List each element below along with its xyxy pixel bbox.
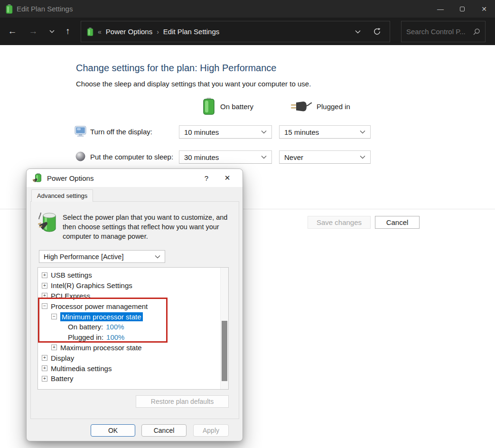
address-dropdown-button[interactable] bbox=[355, 30, 361, 34]
breadcrumb-edit-plan-settings[interactable]: Edit Plan Settings bbox=[163, 28, 219, 36]
edit-plan-settings-window: Edit Plan Settings — ✕ ← → ↑ « Power Opt… bbox=[0, 0, 495, 448]
display-on-battery-select[interactable]: 10 minutes bbox=[179, 125, 272, 139]
collapse-icon[interactable]: − bbox=[42, 303, 47, 309]
tree-item-display[interactable]: +Display bbox=[38, 353, 228, 363]
power-options-dialog-icon bbox=[32, 173, 43, 183]
expand-icon[interactable]: + bbox=[42, 272, 47, 278]
chevron-down-icon bbox=[155, 255, 160, 259]
tree-item-label: PCI Express bbox=[51, 292, 90, 300]
tree-value-label: Plugged in: bbox=[68, 333, 103, 341]
search-icon bbox=[473, 28, 480, 36]
back-icon: ← bbox=[8, 26, 17, 37]
tree-item-label: Multimedia settings bbox=[51, 364, 112, 373]
display-icon bbox=[75, 126, 86, 137]
help-icon: ? bbox=[205, 174, 208, 182]
tree-item-pci-express[interactable]: +PCI Express bbox=[38, 291, 228, 301]
battery-app-icon bbox=[6, 4, 13, 14]
tree-value-label: On battery: bbox=[68, 323, 103, 331]
power-plan-select[interactable]: High Performance [Active] bbox=[39, 250, 165, 263]
tree-item-label: Maximum processor state bbox=[60, 344, 142, 352]
chevron-down-icon bbox=[355, 30, 361, 34]
tree-item-label: Battery bbox=[51, 374, 74, 383]
tree-item-minimum-processor-state[interactable]: −Minimum processor state bbox=[38, 311, 228, 322]
search-input[interactable] bbox=[406, 28, 473, 36]
breadcrumb-separator: › bbox=[157, 28, 159, 36]
maximize-icon bbox=[460, 7, 465, 11]
tree-item-processor-power-management[interactable]: −Processor power management bbox=[38, 301, 228, 311]
maximize-button[interactable] bbox=[451, 0, 473, 18]
tree-item-intel-graphics[interactable]: +Intel(R) Graphics Settings bbox=[38, 280, 228, 291]
window-title: Edit Plan Settings bbox=[17, 5, 73, 13]
save-changes-button[interactable]: Save changes bbox=[308, 216, 371, 229]
on-battery-column-header: On battery bbox=[220, 103, 253, 111]
dialog-close-button[interactable]: ✕ bbox=[219, 169, 236, 187]
turn-off-display-label: Turn off the display: bbox=[90, 128, 152, 136]
tree-item-battery[interactable]: +Battery bbox=[38, 373, 228, 384]
expand-icon[interactable]: + bbox=[51, 345, 57, 350]
search-box[interactable] bbox=[401, 21, 486, 42]
minimize-button[interactable]: — bbox=[430, 0, 451, 18]
back-button[interactable]: ← bbox=[4, 18, 21, 45]
tree-item-multimedia-settings[interactable]: +Multimedia settings bbox=[38, 363, 228, 373]
power-options-dialog: Power Options ? ✕ Advanced settings Sele… bbox=[26, 168, 243, 441]
cancel-button-dialog[interactable]: Cancel bbox=[141, 424, 187, 437]
window-titlebar: Edit Plan Settings — ✕ bbox=[0, 0, 495, 18]
tree-item-label-selected: Minimum processor state bbox=[60, 312, 143, 321]
close-icon: ✕ bbox=[481, 5, 487, 13]
tree-value-link[interactable]: 100% bbox=[106, 333, 124, 341]
address-bar[interactable]: « Power Options › Edit Plan Settings bbox=[81, 21, 390, 42]
dialog-help-button[interactable]: ? bbox=[198, 169, 215, 187]
chevron-down-icon bbox=[261, 155, 267, 159]
tree-value-link[interactable]: 100% bbox=[106, 323, 124, 331]
tree-item-usb-settings[interactable]: +USB settings bbox=[38, 270, 228, 280]
display-plugged-in-select[interactable]: 15 minutes bbox=[279, 125, 371, 139]
restore-plan-defaults-button[interactable]: Restore plan defaults bbox=[136, 395, 229, 408]
expand-icon[interactable]: + bbox=[42, 355, 47, 361]
tree-item-maximum-processor-state[interactable]: +Maximum processor state bbox=[38, 343, 228, 353]
breadcrumb-root-chevron[interactable]: « bbox=[98, 28, 102, 36]
chevron-down-icon bbox=[261, 130, 267, 134]
advanced-settings-tree: +USB settings +Intel(R) Graphics Setting… bbox=[37, 267, 229, 390]
sleep-plugged-in-select[interactable]: Never bbox=[279, 150, 371, 164]
cancel-button-main[interactable]: Cancel bbox=[375, 216, 420, 229]
on-battery-icon bbox=[203, 97, 215, 115]
chevron-down-icon bbox=[360, 130, 365, 134]
recent-pages-button[interactable] bbox=[43, 18, 60, 45]
page-title: Change settings for the plan: High Perfo… bbox=[76, 63, 276, 74]
battery-location-icon bbox=[87, 28, 93, 36]
up-icon: ↑ bbox=[65, 26, 70, 37]
expand-icon[interactable]: + bbox=[42, 283, 47, 289]
apply-button[interactable]: Apply bbox=[193, 424, 229, 437]
close-button[interactable]: ✕ bbox=[473, 0, 495, 18]
expand-icon[interactable]: + bbox=[42, 376, 47, 382]
sleep-label: Put the computer to sleep: bbox=[90, 153, 173, 161]
chevron-down-icon bbox=[49, 30, 55, 33]
select-value: 10 minutes bbox=[184, 128, 219, 136]
tree-item-label: Processor power management bbox=[51, 302, 148, 310]
up-button[interactable]: ↑ bbox=[59, 18, 76, 45]
expand-icon[interactable]: + bbox=[42, 365, 47, 371]
plugged-in-column-header: Plugged in bbox=[317, 103, 350, 111]
close-icon: ✕ bbox=[224, 174, 231, 182]
ok-button[interactable]: OK bbox=[91, 424, 135, 437]
tree-scrollbar[interactable] bbox=[220, 268, 228, 389]
forward-icon: → bbox=[29, 26, 38, 37]
tree-value-row-on-battery[interactable]: On battery:100% bbox=[38, 322, 228, 332]
collapse-icon[interactable]: − bbox=[51, 314, 57, 319]
dialog-titlebar: Power Options ? ✕ bbox=[27, 169, 243, 187]
tree-value-row-plugged-in[interactable]: Plugged in:100% bbox=[38, 332, 228, 343]
refresh-icon bbox=[373, 28, 381, 36]
sleep-on-battery-select[interactable]: 30 minutes bbox=[179, 150, 272, 164]
tab-advanced-settings[interactable]: Advanced settings bbox=[31, 189, 93, 202]
navigation-bar: ← → ↑ « Power Options › Edit Plan Settin… bbox=[0, 18, 495, 45]
expand-icon[interactable]: + bbox=[42, 293, 47, 299]
select-value: 15 minutes bbox=[284, 128, 319, 136]
refresh-button[interactable] bbox=[373, 28, 381, 36]
scrollbar-thumb[interactable] bbox=[222, 321, 227, 381]
tree-item-label: Intel(R) Graphics Settings bbox=[51, 281, 132, 289]
forward-button[interactable]: → bbox=[25, 18, 42, 45]
dialog-title: Power Options bbox=[47, 174, 93, 182]
power-plan-icon bbox=[38, 211, 60, 234]
minimize-icon: — bbox=[437, 5, 444, 13]
breadcrumb-power-options[interactable]: Power Options bbox=[106, 28, 152, 36]
